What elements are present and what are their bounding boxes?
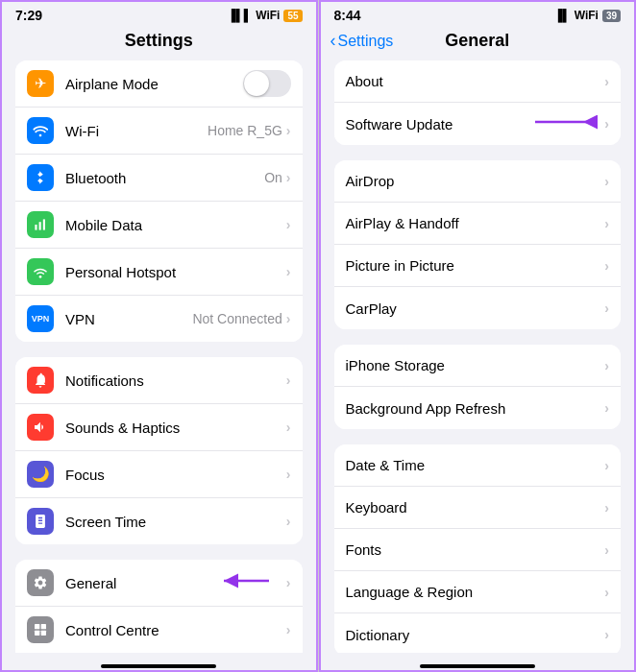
about-item[interactable]: About › — [334, 60, 622, 103]
right-phone: 8:44 ▐▌ WiFi 39 ‹ Settings General About… — [319, 0, 637, 672]
settings-list: ✈ Airplane Mode Wi-Fi Home R_5G › Blueto… — [0, 60, 318, 653]
background-app-refresh-label: Background App Refresh — [346, 400, 605, 417]
airplay-handoff-item[interactable]: AirPlay & Handoff › — [334, 203, 622, 245]
background-app-refresh-item[interactable]: Background App Refresh › — [334, 387, 622, 429]
general-item[interactable]: General › — [15, 560, 303, 607]
bluetooth-icon — [27, 164, 54, 191]
general-list: About › Software Update › — [319, 60, 637, 653]
status-bar-left: 7:29 ▐▌▌ WiFi 55 — [0, 0, 318, 27]
about-label: About — [346, 73, 605, 89]
mobile-data-label: Mobile Data — [65, 217, 286, 233]
fonts-label: Fonts — [346, 541, 605, 558]
general-label: General — [65, 575, 286, 591]
status-icons-right: ▐▌ WiFi 39 — [554, 9, 621, 22]
svg-rect-5 — [41, 624, 46, 629]
bluetooth-item[interactable]: Bluetooth On › — [15, 155, 303, 202]
keyboard-label: Keyboard — [346, 499, 605, 516]
sounds-label: Sounds & Haptics — [65, 420, 286, 436]
airplay-handoff-label: AirPlay & Handoff — [346, 215, 605, 231]
control-centre-label: Control Centre — [65, 622, 286, 638]
battery-badge-right: 39 — [602, 10, 621, 22]
wifi-chevron: › — [286, 123, 291, 138]
personal-hotspot-item[interactable]: Personal Hotspot › — [15, 249, 303, 296]
settings-items-group: General › — [15, 560, 303, 653]
dictionary-label: Dictionary — [346, 627, 605, 643]
wifi-icon-right: WiFi — [575, 9, 599, 22]
bluetooth-label: Bluetooth — [65, 170, 264, 186]
date-time-item[interactable]: Date & Time › — [334, 444, 622, 487]
time-right: 8:44 — [334, 8, 361, 23]
personal-hotspot-icon — [27, 258, 54, 285]
airplane-mode-toggle[interactable] — [243, 70, 291, 97]
software-update-label: Software Update — [346, 116, 605, 132]
background-app-refresh-chevron: › — [604, 400, 609, 416]
general-storage-group: iPhone Storage › Background App Refresh … — [334, 345, 622, 429]
svg-point-3 — [39, 276, 42, 278]
fonts-item[interactable]: Fonts › — [334, 529, 622, 571]
carplay-label: CarPlay — [346, 300, 605, 317]
iphone-storage-chevron: › — [604, 358, 609, 373]
software-update-item[interactable]: Software Update › — [334, 103, 622, 145]
nav-header: ‹ Settings General — [319, 27, 637, 60]
vpn-icon: VPN — [27, 305, 54, 332]
date-time-label: Date & Time — [346, 457, 605, 473]
airdrop-chevron: › — [604, 174, 609, 189]
screen-time-item[interactable]: Screen Time › — [15, 498, 303, 544]
wifi-icon: WiFi — [256, 9, 280, 22]
sounds-item[interactable]: Sounds & Haptics › — [15, 404, 303, 451]
time-left: 7:29 — [15, 8, 42, 23]
airplane-mode-item[interactable]: ✈ Airplane Mode — [15, 60, 303, 108]
picture-in-picture-item[interactable]: Picture in Picture › — [334, 245, 622, 287]
wifi-value: Home R_5G — [208, 123, 282, 138]
sounds-chevron: › — [286, 420, 291, 435]
general-locale-group: Date & Time › Keyboard › Fonts › Languag… — [334, 444, 622, 653]
general-top-group: About › Software Update › — [334, 60, 622, 145]
mobile-data-item[interactable]: Mobile Data › — [15, 202, 303, 249]
back-button[interactable]: ‹ Settings — [330, 31, 394, 51]
personal-hotspot-label: Personal Hotspot — [65, 264, 286, 280]
general-icon — [27, 569, 54, 596]
about-chevron: › — [604, 74, 609, 89]
notifications-icon — [27, 367, 54, 394]
language-region-label: Language & Region — [346, 584, 605, 600]
notifications-item[interactable]: Notifications › — [15, 357, 303, 404]
focus-icon: 🌙 — [27, 461, 54, 488]
control-centre-chevron: › — [286, 622, 291, 637]
notifications-label: Notifications — [65, 372, 286, 389]
page-title-right: General — [445, 31, 509, 51]
carplay-chevron: › — [604, 300, 609, 316]
iphone-storage-item[interactable]: iPhone Storage › — [334, 345, 622, 387]
keyboard-item[interactable]: Keyboard › — [334, 487, 622, 529]
control-centre-item[interactable]: Control Centre › — [15, 607, 303, 653]
dictionary-item[interactable]: Dictionary › — [334, 613, 622, 653]
vpn-item[interactable]: VPN VPN Not Connected › — [15, 296, 303, 342]
date-time-chevron: › — [604, 458, 609, 473]
mobile-data-icon — [27, 211, 54, 238]
airdrop-item[interactable]: AirDrop › — [334, 160, 622, 203]
wifi-icon-wrap — [27, 117, 54, 144]
home-indicator-right — [319, 653, 637, 672]
general-connectivity-group: AirDrop › AirPlay & Handoff › Picture in… — [334, 160, 622, 329]
signal-icon: ▐▌▌ — [228, 9, 253, 22]
personal-hotspot-chevron: › — [286, 264, 291, 279]
language-region-item[interactable]: Language & Region › — [334, 571, 622, 613]
software-update-chevron: › — [604, 116, 609, 132]
language-region-chevron: › — [604, 585, 609, 600]
status-icons-left: ▐▌▌ WiFi 55 — [228, 9, 303, 22]
bluetooth-value: On — [264, 170, 282, 185]
airplane-mode-label: Airplane Mode — [65, 76, 243, 92]
svg-rect-0 — [35, 225, 37, 230]
vpn-label: VPN — [65, 311, 192, 327]
wifi-label: Wi-Fi — [65, 123, 208, 139]
svg-rect-7 — [41, 631, 46, 636]
iphone-storage-label: iPhone Storage — [346, 357, 605, 373]
airplay-handoff-chevron: › — [604, 216, 609, 231]
sounds-icon — [27, 414, 54, 441]
airplane-mode-icon: ✈ — [27, 70, 54, 97]
mobile-data-chevron: › — [286, 217, 291, 232]
focus-item[interactable]: 🌙 Focus › — [15, 451, 303, 498]
dictionary-chevron: › — [604, 627, 609, 642]
carplay-item[interactable]: CarPlay › — [334, 287, 622, 329]
svg-rect-1 — [39, 222, 41, 229]
wifi-item[interactable]: Wi-Fi Home R_5G › — [15, 108, 303, 155]
